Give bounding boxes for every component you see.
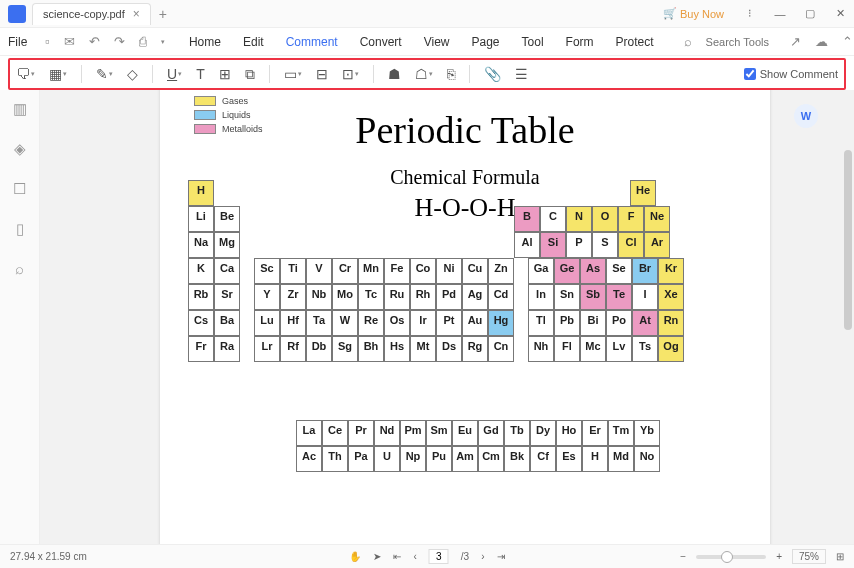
pdf-page: Gases Liquids Metalloids Periodic Table … [160, 90, 770, 544]
element-Ts: Ts [632, 336, 658, 362]
element-K: K [188, 258, 214, 284]
pencil-tool[interactable]: ✎▾ [96, 66, 113, 82]
element-Bk: Bk [504, 446, 530, 472]
zoom-in-icon[interactable]: + [776, 551, 782, 562]
fit-page-icon[interactable]: ⊞ [836, 551, 844, 562]
search-panel-icon[interactable]: ⌕ [15, 260, 24, 277]
word-export-icon[interactable]: W [794, 104, 818, 128]
element-No: No [634, 446, 660, 472]
share-icon[interactable]: ↗ [790, 34, 801, 49]
print-dropdown-icon[interactable]: ▾ [161, 38, 165, 46]
underline-tool[interactable]: U▾ [167, 66, 182, 82]
attachments-icon[interactable]: ▯ [16, 220, 24, 238]
element-Sr: Sr [214, 284, 240, 310]
zoom-out-icon[interactable]: − [680, 551, 686, 562]
textbox-tool[interactable]: ⊞ [219, 66, 231, 82]
comments-icon[interactable]: ☐ [13, 180, 26, 198]
menu-form[interactable]: Form [564, 35, 596, 49]
vertical-scrollbar[interactable] [842, 90, 852, 544]
element-Nd: Nd [374, 420, 400, 446]
measure-tool[interactable]: ⊡▾ [342, 66, 359, 82]
redo-icon[interactable]: ↷ [114, 34, 125, 49]
element-Nb: Nb [306, 284, 332, 310]
element-Ni: Ni [436, 258, 462, 284]
collapse-icon[interactable]: ⌃ [842, 34, 853, 49]
document-canvas[interactable]: W Gases Liquids Metalloids Periodic Tabl… [40, 90, 854, 544]
menu-tool[interactable]: Tool [520, 35, 546, 49]
element-Y: Y [254, 284, 280, 310]
last-page-icon[interactable]: ⇥ [497, 551, 505, 562]
zoom-thumb[interactable] [721, 551, 733, 563]
element-Am: Am [452, 446, 478, 472]
first-page-icon[interactable]: ⇤ [393, 551, 401, 562]
element-Ds: Ds [436, 336, 462, 362]
hand-tool-icon[interactable]: ✋ [349, 551, 361, 562]
element-Ba: Ba [214, 310, 240, 336]
next-page-icon[interactable]: › [481, 551, 484, 562]
element-Ir: Ir [410, 310, 436, 336]
shape-tool[interactable]: ▭▾ [284, 66, 302, 82]
menu-view[interactable]: View [422, 35, 452, 49]
area-tool[interactable]: ⧉ [245, 66, 255, 83]
menu-convert[interactable]: Convert [358, 35, 404, 49]
element-C: C [540, 206, 566, 232]
add-tab-icon[interactable]: + [159, 6, 167, 22]
element-Th: Th [322, 446, 348, 472]
undo-icon[interactable]: ↶ [89, 34, 100, 49]
callout-tool[interactable]: ⊟ [316, 66, 328, 82]
element-Ga: Ga [528, 258, 554, 284]
link-tool[interactable]: ⎘ [447, 66, 455, 82]
minimize-icon[interactable]: — [766, 2, 794, 26]
element-Pa: Pa [348, 446, 374, 472]
close-tab-icon[interactable]: × [133, 7, 140, 21]
thumbnails-icon[interactable]: ▥ [13, 100, 27, 118]
highlight-tool[interactable]: ▦▾ [49, 66, 67, 82]
search-tools-input[interactable] [706, 36, 776, 48]
page-number-input[interactable] [429, 549, 449, 564]
cloud-icon[interactable]: ☁ [815, 34, 828, 49]
maximize-icon[interactable]: ▢ [796, 2, 824, 26]
element-N: N [566, 206, 592, 232]
element-Mc: Mc [580, 336, 606, 362]
menu-protect[interactable]: Protect [614, 35, 656, 49]
element-Cf: Cf [530, 446, 556, 472]
element-Re: Re [358, 310, 384, 336]
element-Gd: Gd [478, 420, 504, 446]
menu-edit[interactable]: Edit [241, 35, 266, 49]
menu-page[interactable]: Page [470, 35, 502, 49]
zoom-slider[interactable] [696, 555, 766, 559]
eraser-tool[interactable]: ◇ [127, 66, 138, 82]
search-icon[interactable]: ⌕ [684, 34, 692, 49]
buy-now-link[interactable]: 🛒 Buy Now [663, 7, 724, 20]
element-P: P [566, 232, 592, 258]
comment-list-tool[interactable]: ☰ [515, 66, 528, 82]
element-Co: Co [410, 258, 436, 284]
show-comment-toggle[interactable]: Show Comment [744, 68, 838, 80]
element-Ti: Ti [280, 258, 306, 284]
menu-comment[interactable]: Comment [284, 35, 340, 49]
element-Mo: Mo [332, 284, 358, 310]
select-tool-icon[interactable]: ➤ [373, 551, 381, 562]
scrollbar-thumb[interactable] [844, 150, 852, 330]
close-window-icon[interactable]: ✕ [826, 2, 854, 26]
file-menu[interactable]: File [8, 35, 27, 49]
element-Rh: Rh [410, 284, 436, 310]
signature-tool[interactable]: ☖▾ [415, 66, 433, 82]
note-tool[interactable]: 🗨▾ [16, 66, 35, 82]
mail-icon[interactable]: ✉ [64, 34, 75, 49]
element-Hs: Hs [384, 336, 410, 362]
prev-page-icon[interactable]: ‹ [413, 551, 416, 562]
print-icon[interactable]: ⎙ [139, 34, 147, 49]
settings-icon[interactable]: ⁝ [736, 2, 764, 26]
stamp-tool[interactable]: ☗ [388, 66, 401, 82]
save-icon[interactable]: ▫ [45, 34, 50, 49]
bookmarks-icon[interactable]: ◈ [14, 140, 26, 158]
element-Cu: Cu [462, 258, 488, 284]
element-Po: Po [606, 310, 632, 336]
attachment-tool[interactable]: 📎 [484, 66, 501, 82]
show-comment-checkbox[interactable] [744, 68, 756, 80]
document-tab[interactable]: science-copy.pdf × [32, 3, 151, 25]
text-tool[interactable]: T [196, 66, 205, 82]
element-Pr: Pr [348, 420, 374, 446]
menu-home[interactable]: Home [187, 35, 223, 49]
